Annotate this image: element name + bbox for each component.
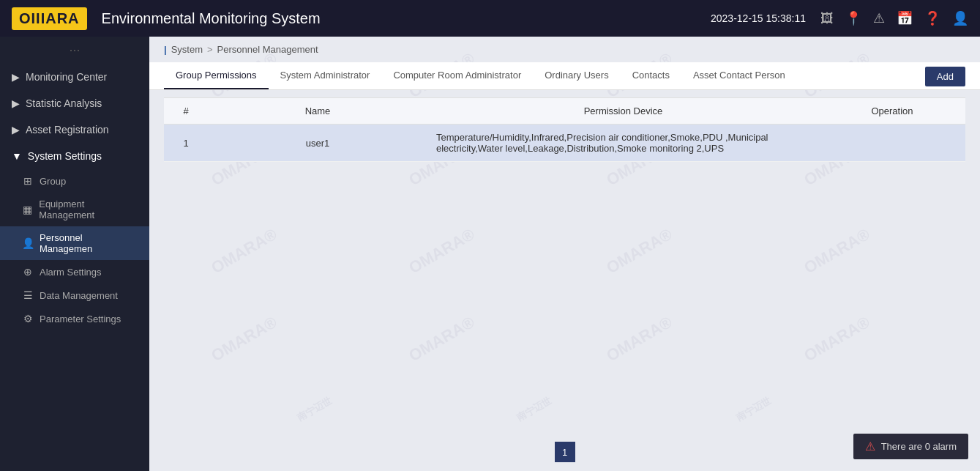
sidebar-sub-item-label: Equipment Management [39, 199, 138, 220]
datetime: 2023-12-15 15:38:11 [711, 12, 806, 24]
arrow-icon: ▼ [12, 150, 22, 162]
cell-operation [819, 125, 965, 162]
sidebar-sub-item-personnel-management[interactable]: 👤 Personnel Managemen [0, 226, 149, 260]
alarm-text: There are 0 alarm [881, 441, 957, 452]
sidebar-sub-item-equipment-management[interactable]: ▦ Equipment Management [0, 193, 149, 226]
sidebar-item-asset-registration[interactable]: ▶ Asset Registration [0, 116, 149, 143]
logo: OIIIARA [12, 7, 87, 30]
col-permission-device: Permission Device [427, 98, 819, 125]
top-header: OIIIARA Environmental Monitoring System … [0, 0, 980, 37]
help-icon[interactable]: ❓ [924, 10, 940, 26]
tabs: Group Permissions System Administrator C… [164, 62, 797, 89]
tab-ordinary-users[interactable]: Ordinary Users [533, 62, 620, 89]
tab-group-permissions[interactable]: Group Permissions [164, 62, 269, 89]
sidebar-sub-item-label: Data Management [40, 290, 118, 301]
breadcrumb-pipe: | [164, 44, 167, 55]
location-icon[interactable]: 📍 [845, 10, 861, 26]
breadcrumb: | System > Personnel Management [149, 37, 980, 62]
cell-name: user1 [208, 125, 427, 162]
sidebar-item-monitoring-center[interactable]: ▶ Monitoring Center [0, 64, 149, 90]
tab-contacts[interactable]: Contacts [621, 62, 681, 89]
main-layout: ··· ▶ Monitoring Center ▶ Statistic Anal… [0, 37, 980, 471]
cell-index: 1 [164, 125, 208, 162]
equipment-icon: ▦ [22, 204, 33, 215]
breadcrumb-personnel-management: Personnel Management [217, 44, 318, 55]
alert-icon[interactable]: ⚠ [873, 10, 885, 26]
sidebar-sub-item-label: Personnel Managemen [40, 232, 138, 254]
cell-permission-device: Temperature/Humidity,Infrared,Precision … [427, 125, 819, 162]
arrow-icon: ▶ [12, 97, 20, 109]
sidebar: ··· ▶ Monitoring Center ▶ Statistic Anal… [0, 37, 149, 471]
user-icon[interactable]: 👤 [952, 10, 968, 26]
sidebar-item-statistic-analysis[interactable]: ▶ Statistic Analysis [0, 90, 149, 116]
group-icon: ⊞ [22, 175, 34, 187]
arrow-icon: ▶ [12, 71, 20, 83]
alarm-triangle-icon: ⚠ [865, 440, 875, 453]
personnel-icon: 👤 [22, 237, 34, 249]
alarm-icon: ⊕ [22, 266, 34, 278]
arrow-icon: ▶ [12, 124, 20, 136]
header-icons: 🖼 📍 ⚠ 📅 ❓ 👤 [820, 10, 968, 26]
tab-computer-room-admin[interactable]: Computer Room Administrator [381, 62, 533, 89]
sidebar-sub-item-label: Group [40, 176, 66, 187]
data-icon: ☰ [22, 289, 34, 301]
breadcrumb-separator: > [207, 44, 213, 55]
calendar-icon[interactable]: 📅 [897, 10, 913, 26]
page-1-button[interactable]: 1 [555, 442, 575, 462]
table-container: # Name Permission Device Operation 1 use… [149, 90, 980, 433]
sidebar-item-label: System Settings [28, 150, 102, 162]
sidebar-item-label: Asset Registration [26, 124, 109, 136]
sidebar-item-label: Monitoring Center [26, 71, 107, 83]
add-button[interactable]: Add [925, 67, 965, 86]
tab-area: Group Permissions System Administrator C… [149, 62, 980, 90]
sidebar-item-system-settings[interactable]: ▼ System Settings [0, 143, 149, 169]
sidebar-sub-item-alarm-settings[interactable]: ⊕ Alarm Settings [0, 260, 149, 283]
tab-asset-contact-person[interactable]: Asset Contact Person [681, 62, 797, 89]
sidebar-sub-item-label: Alarm Settings [40, 267, 102, 278]
alarm-bar: ⚠ There are 0 alarm [853, 434, 968, 459]
sidebar-sub-item-data-management[interactable]: ☰ Data Management [0, 283, 149, 307]
sidebar-dots: ··· [0, 37, 149, 64]
content-area: OMARA® OMARA® OMARA® OMARA® OMARA® OMARA… [149, 37, 980, 471]
col-index: # [164, 98, 208, 125]
sidebar-sub-item-parameter-settings[interactable]: ⚙ Parameter Settings [0, 307, 149, 330]
image-icon[interactable]: 🖼 [820, 11, 834, 26]
data-table: # Name Permission Device Operation 1 use… [164, 97, 965, 162]
tab-system-administrator[interactable]: System Administrator [269, 62, 382, 89]
col-name: Name [208, 98, 427, 125]
col-operation: Operation [819, 98, 965, 125]
table-row[interactable]: 1 user1 Temperature/Humidity,Infrared,Pr… [164, 125, 965, 162]
sidebar-sub-item-label: Parameter Settings [40, 314, 121, 324]
app-title: Environmental Monitoring System [102, 10, 711, 27]
sidebar-sub-item-group[interactable]: ⊞ Group [0, 169, 149, 193]
breadcrumb-system[interactable]: System [171, 44, 203, 55]
settings-icon: ⚙ [22, 313, 34, 324]
sidebar-item-label: Statistic Analysis [26, 97, 102, 109]
